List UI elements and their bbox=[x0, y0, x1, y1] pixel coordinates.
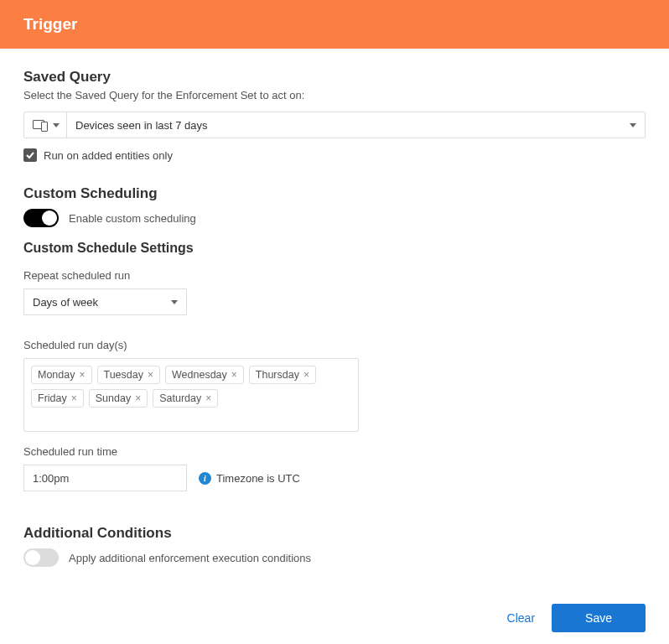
repeat-select[interactable]: Days of week bbox=[23, 288, 187, 315]
saved-query-subtitle: Select the Saved Query for the Enforceme… bbox=[23, 89, 646, 101]
chevron-down-icon bbox=[171, 300, 178, 304]
day-chip: Friday× bbox=[31, 389, 84, 408]
custom-scheduling-toggle-row: Enable custom scheduling bbox=[23, 209, 646, 227]
day-chip-label: Friday bbox=[38, 392, 67, 404]
save-button[interactable]: Save bbox=[552, 604, 646, 632]
remove-chip-icon[interactable]: × bbox=[303, 369, 309, 381]
day-chip-label: Monday bbox=[38, 369, 75, 381]
day-chip-label: Wednesday bbox=[172, 369, 227, 381]
days-label: Scheduled run day(s) bbox=[23, 339, 646, 351]
time-label: Scheduled run time bbox=[23, 445, 646, 458]
clear-button[interactable]: Clear bbox=[504, 605, 538, 631]
repeat-value: Days of week bbox=[33, 296, 98, 309]
remove-chip-icon[interactable]: × bbox=[205, 392, 211, 404]
repeat-label: Repeat scheduled run bbox=[23, 269, 646, 282]
custom-scheduling-toggle-label: Enable custom scheduling bbox=[69, 212, 196, 225]
schedule-settings-title: Custom Schedule Settings bbox=[23, 241, 646, 256]
additional-conditions-toggle-label: Apply additional enforcement execution c… bbox=[69, 552, 311, 564]
day-chip: Monday× bbox=[31, 366, 92, 384]
saved-query-value: Devices seen in last 7 days bbox=[75, 119, 208, 132]
run-on-added-checkbox[interactable] bbox=[23, 148, 37, 162]
timezone-info: i Timezone is UTC bbox=[199, 472, 300, 485]
day-chip-label: Sunday bbox=[96, 392, 131, 404]
run-on-added-row: Run on added entities only bbox=[23, 148, 646, 162]
remove-chip-icon[interactable]: × bbox=[148, 369, 153, 381]
time-row: i Timezone is UTC bbox=[23, 465, 646, 491]
saved-query-title: Saved Query bbox=[23, 69, 646, 86]
dialog-header: Trigger bbox=[0, 0, 669, 49]
custom-scheduling-toggle[interactable] bbox=[23, 209, 59, 227]
check-icon bbox=[25, 150, 35, 160]
additional-conditions-toggle-row: Apply additional enforcement execution c… bbox=[23, 548, 646, 567]
remove-chip-icon[interactable]: × bbox=[79, 369, 85, 381]
scheduled-time-input[interactable] bbox=[23, 465, 187, 491]
day-chip-label: Tuesday bbox=[104, 369, 143, 381]
days-multiselect[interactable]: Monday×Tuesday×Wednesday×Thursday×Friday… bbox=[23, 358, 359, 432]
run-on-added-label: Run on added entities only bbox=[44, 149, 173, 162]
dialog-content: Saved Query Select the Saved Query for t… bbox=[0, 49, 669, 594]
day-chip: Wednesday× bbox=[165, 366, 244, 384]
timezone-label: Timezone is UTC bbox=[216, 472, 300, 485]
info-icon: i bbox=[199, 472, 211, 485]
dialog-title: Trigger bbox=[23, 15, 77, 33]
day-chip: Saturday× bbox=[153, 389, 218, 408]
day-chip: Sunday× bbox=[89, 389, 148, 408]
custom-scheduling-title: Custom Scheduling bbox=[23, 185, 646, 202]
remove-chip-icon[interactable]: × bbox=[135, 392, 141, 404]
remove-chip-icon[interactable]: × bbox=[231, 369, 237, 381]
chevron-down-icon bbox=[630, 123, 636, 127]
day-chip: Tuesday× bbox=[97, 366, 161, 384]
query-type-selector[interactable] bbox=[24, 112, 67, 138]
dialog-footer: Clear Save bbox=[0, 594, 669, 642]
devices-icon bbox=[33, 119, 48, 131]
day-chip-label: Thursday bbox=[256, 369, 299, 381]
chevron-down-icon bbox=[53, 123, 60, 127]
additional-conditions-title: Additional Conditions bbox=[23, 525, 646, 542]
additional-conditions-toggle[interactable] bbox=[23, 548, 59, 567]
saved-query-select[interactable]: Devices seen in last 7 days bbox=[67, 112, 645, 138]
saved-query-row: Devices seen in last 7 days bbox=[23, 112, 646, 138]
day-chip-label: Saturday bbox=[159, 392, 201, 404]
remove-chip-icon[interactable]: × bbox=[71, 392, 77, 404]
day-chip: Thursday× bbox=[249, 366, 316, 384]
